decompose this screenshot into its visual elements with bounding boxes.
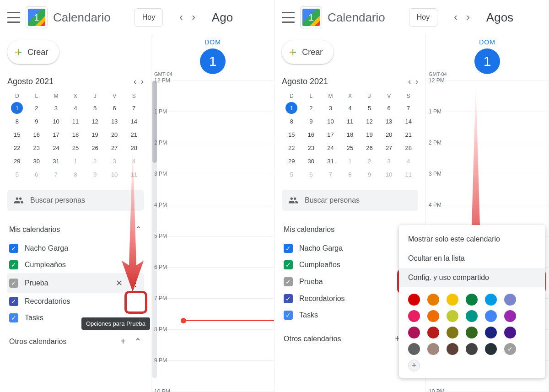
mini-cal-day[interactable]: 20: [379, 129, 399, 141]
today-button[interactable]: Hoy: [135, 8, 163, 27]
hour-row[interactable]: 12 PM: [151, 81, 274, 112]
mini-cal-day[interactable]: 11: [66, 115, 86, 128]
mini-next-icon[interactable]: ›: [141, 77, 144, 86]
mini-cal-day[interactable]: 10: [379, 168, 399, 181]
mini-cal-day[interactable]: 17: [46, 129, 66, 141]
color-swatch[interactable]: [504, 327, 516, 338]
calendar-checkbox[interactable]: ✓: [9, 244, 18, 253]
mini-cal-day[interactable]: 1: [340, 155, 360, 167]
mini-cal-day[interactable]: 9: [301, 115, 321, 128]
color-swatch[interactable]: [466, 327, 478, 338]
mini-cal-day[interactable]: 4: [340, 102, 360, 114]
mini-cal-day[interactable]: 4: [66, 102, 86, 114]
hour-row[interactable]: 1 PM: [151, 112, 274, 143]
my-calendars-header[interactable]: Mis calendarios ⌃: [7, 222, 144, 237]
mini-cal-day[interactable]: 15: [282, 129, 301, 141]
mini-cal-day[interactable]: 25: [340, 142, 360, 154]
calendar-checkbox[interactable]: ✓: [284, 244, 293, 253]
mini-cal-day[interactable]: 4: [398, 155, 418, 167]
mini-cal-day[interactable]: 5: [85, 102, 105, 114]
menu-icon[interactable]: [7, 12, 20, 23]
color-swatch[interactable]: [447, 327, 458, 338]
other-calendars-header[interactable]: Otros calendarios + ⌃: [282, 329, 418, 349]
color-swatch[interactable]: [485, 343, 497, 355]
mini-cal-day[interactable]: 9: [360, 168, 379, 181]
mini-cal-day[interactable]: 23: [301, 142, 321, 154]
add-color-icon[interactable]: +: [408, 360, 420, 371]
mini-cal-day[interactable]: 6: [105, 102, 124, 114]
mini-cal-day[interactable]: 11: [340, 115, 360, 128]
mini-cal-day[interactable]: 5: [360, 102, 379, 114]
mini-cal-day[interactable]: 26: [85, 142, 105, 154]
mini-cal-day[interactable]: 3: [46, 102, 66, 114]
mini-cal-day[interactable]: 13: [379, 115, 399, 128]
mini-cal-day[interactable]: 22: [7, 142, 27, 154]
next-icon[interactable]: ›: [188, 10, 199, 25]
mini-cal-day[interactable]: 2: [85, 155, 105, 167]
mini-cal-day[interactable]: 7: [398, 102, 418, 114]
calendar-item[interactable]: ✓Cumpleaños: [7, 257, 144, 273]
mini-cal-day[interactable]: 1: [11, 102, 23, 114]
mini-cal-day[interactable]: 3: [105, 155, 124, 167]
mini-cal-day[interactable]: 27: [379, 142, 399, 154]
mini-cal-day[interactable]: 10: [321, 115, 340, 128]
color-swatch[interactable]: [427, 343, 439, 355]
mini-cal-day[interactable]: 2: [301, 102, 321, 114]
mini-cal-day[interactable]: 5: [282, 168, 301, 181]
mini-cal-day[interactable]: 29: [7, 155, 27, 167]
hour-row[interactable]: 9 PM: [151, 360, 274, 392]
mini-cal-day[interactable]: 1: [66, 155, 86, 167]
color-swatch[interactable]: [427, 310, 439, 322]
mini-cal-day[interactable]: 31: [46, 155, 66, 167]
mini-cal-day[interactable]: 7: [321, 168, 340, 181]
color-swatch[interactable]: [447, 294, 458, 306]
mini-cal-day[interactable]: 31: [321, 155, 340, 167]
color-swatch[interactable]: [485, 294, 497, 306]
create-button[interactable]: + Crear: [282, 40, 334, 64]
hour-row[interactable]: 8 PM: [151, 329, 274, 360]
color-swatch[interactable]: [408, 327, 420, 338]
calendar-checkbox[interactable]: ✓: [284, 260, 293, 269]
mini-cal-day[interactable]: 3: [379, 155, 399, 167]
mini-cal-day[interactable]: 6: [379, 102, 399, 114]
mini-cal-day[interactable]: 16: [27, 129, 47, 141]
day-number[interactable]: 1: [474, 48, 500, 74]
mini-cal-day[interactable]: 28: [398, 142, 418, 154]
mini-next-icon[interactable]: ›: [415, 77, 418, 86]
mini-cal-day[interactable]: 20: [105, 129, 124, 141]
calendar-options-icon[interactable]: ⋮: [129, 277, 142, 290]
hour-row[interactable]: 6 PM: [151, 267, 274, 298]
calendar-checkbox[interactable]: ✓: [9, 313, 18, 322]
calendar-item[interactable]: ✓Recordatorios: [7, 293, 144, 310]
mini-cal-day[interactable]: 7: [46, 168, 66, 181]
other-calendars-header[interactable]: Otros calendarios + ⌃: [7, 332, 144, 352]
hour-row[interactable]: 5 PM: [151, 236, 274, 267]
calendar-item[interactable]: ✓Prueba✕: [282, 273, 418, 290]
mini-cal-day[interactable]: 12: [360, 115, 379, 128]
mini-cal-day[interactable]: 23: [27, 142, 47, 154]
color-swatch[interactable]: [485, 327, 497, 338]
hour-row[interactable]: 4 PM: [151, 205, 274, 236]
mini-cal-day[interactable]: 11: [398, 168, 418, 181]
hide-calendar-icon[interactable]: ✕: [116, 278, 123, 288]
mini-cal-day[interactable]: 21: [398, 129, 418, 141]
mini-prev-icon[interactable]: ‹: [408, 77, 411, 86]
hour-row[interactable]: 2 PM: [151, 143, 274, 174]
color-swatch[interactable]: [427, 327, 439, 338]
mini-calendar[interactable]: DLMXJVS123456789101112131415161718192021…: [7, 91, 144, 181]
mini-cal-day[interactable]: 9: [27, 115, 47, 128]
mini-cal-day[interactable]: 13: [105, 115, 124, 128]
mini-cal-day[interactable]: 14: [124, 115, 144, 128]
add-calendar-icon[interactable]: +: [120, 336, 126, 347]
color-swatch[interactable]: [447, 343, 458, 355]
color-swatch[interactable]: [485, 310, 497, 322]
color-swatch[interactable]: [504, 310, 516, 322]
calendar-item[interactable]: ✓Recordatorios: [282, 290, 418, 307]
mini-cal-day[interactable]: 29: [282, 155, 301, 167]
mini-cal-day[interactable]: 6: [27, 168, 47, 181]
mini-cal-day[interactable]: 4: [124, 155, 144, 167]
menu-icon[interactable]: [282, 12, 295, 23]
mini-cal-day[interactable]: 18: [340, 129, 360, 141]
mini-cal-day[interactable]: 1: [285, 102, 297, 114]
mini-cal-day[interactable]: 24: [321, 142, 340, 154]
